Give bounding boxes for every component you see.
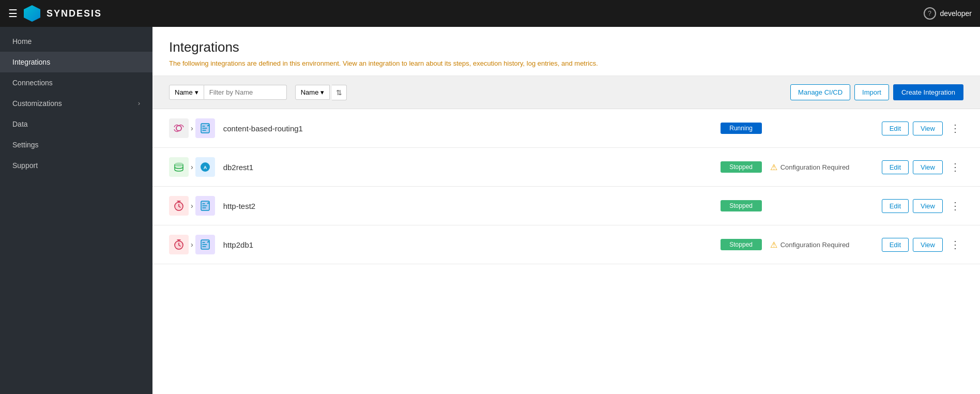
warning-icon-4: ⚠ (770, 240, 777, 250)
main-layout: Home Integrations Connections Customizat… (0, 27, 980, 394)
hamburger-button[interactable]: ☰ (8, 7, 18, 20)
config-warning-2: ⚠ Configuration Required (770, 162, 874, 172)
kebab-menu-2[interactable]: ⋮ (947, 161, 963, 173)
view-button-2[interactable]: View (913, 160, 943, 174)
row-actions-4: Edit View ⋮ (882, 238, 963, 252)
icon-flow-1: › (169, 118, 215, 138)
sidebar-item-integrations-label: Integrations (12, 58, 50, 66)
top-nav-left: ☰ SYNDESIS (8, 5, 102, 22)
svg-point-0 (176, 126, 181, 131)
sidebar-item-customizations[interactable]: Customizations › (0, 93, 152, 114)
view-button-3[interactable]: View (913, 199, 943, 213)
sidebar-item-settings[interactable]: Settings (0, 134, 152, 155)
config-text-2: Configuration Required (780, 163, 850, 171)
source-icon-webhook (169, 118, 189, 138)
content-area: Integrations The following integrations … (152, 27, 980, 394)
source-icon-db (169, 157, 189, 177)
sidebar-item-data-label: Data (12, 120, 28, 128)
edit-button-1[interactable]: Edit (882, 122, 909, 135)
sidebar-item-settings-label: Settings (12, 141, 39, 149)
status-badge-2: Stopped (721, 161, 762, 173)
user-name: developer (940, 9, 972, 18)
sort-label: Name (301, 88, 319, 96)
sidebar-item-integrations[interactable]: Integrations (0, 52, 152, 72)
filter-type-label: Name (175, 88, 193, 96)
icon-flow-4: › (169, 235, 215, 254)
page-title: Integrations (169, 39, 963, 55)
svg-text:A: A (203, 165, 207, 170)
table-row: › A db2rest1 Stopped ⚠ Configuration Req… (152, 148, 980, 187)
sidebar-item-home[interactable]: Home (0, 31, 152, 52)
integration-name-2: db2rest1 (223, 163, 712, 172)
integration-list: › content-based-routing1 Running ⚠ (152, 109, 980, 264)
top-nav-right: ? developer (924, 7, 972, 20)
config-warning-4: ⚠ Configuration Required (770, 240, 874, 250)
table-row: › http-test2 Stopped ⚠ (152, 187, 980, 225)
status-badge-3: Stopped (721, 200, 762, 211)
edit-button-4[interactable]: Edit (882, 238, 909, 252)
sidebar-item-home-label: Home (12, 37, 32, 46)
help-icon[interactable]: ? (924, 7, 936, 20)
page-description: The following integrations are defined i… (169, 59, 963, 67)
kebab-menu-4[interactable]: ⋮ (947, 238, 963, 251)
logo-icon (24, 5, 40, 22)
sort-select[interactable]: Name ▾ (295, 85, 330, 100)
create-integration-button[interactable]: Create Integration (893, 84, 963, 100)
import-button[interactable]: Import (854, 84, 889, 100)
edit-button-3[interactable]: Edit (882, 199, 909, 213)
top-nav: ☰ SYNDESIS ? developer (0, 0, 980, 27)
flow-arrow-icon: › (191, 163, 193, 171)
sort-group: Name ▾ ⇅ (295, 85, 347, 100)
flow-arrow-icon: › (191, 124, 193, 132)
filter-group: Name ▾ (169, 85, 287, 100)
row-actions-2: Edit View ⋮ (882, 160, 963, 174)
sidebar-item-connections-label: Connections (12, 79, 53, 87)
sidebar-item-connections[interactable]: Connections (0, 72, 152, 93)
source-icon-timer (169, 196, 189, 216)
row-actions-3: Edit View ⋮ (882, 199, 963, 213)
sidebar-item-support-label: Support (12, 161, 38, 170)
icon-flow-3: › (169, 196, 215, 216)
status-badge-1: Running (721, 123, 762, 134)
filter-name-input[interactable] (204, 85, 287, 100)
sort-direction-button[interactable]: ⇅ (332, 85, 347, 100)
sidebar: Home Integrations Connections Customizat… (0, 27, 152, 394)
view-button-1[interactable]: View (913, 122, 943, 135)
target-icon-log (195, 196, 215, 216)
status-badge-4: Stopped (721, 239, 762, 250)
integration-name-4: http2db1 (223, 240, 712, 249)
edit-button-2[interactable]: Edit (882, 160, 909, 174)
row-actions-1: Edit View ⋮ (882, 122, 963, 135)
icon-flow-2: › A (169, 157, 215, 177)
table-row: › content-based-routing1 Running ⚠ (152, 109, 980, 148)
sort-chevron-icon: ▾ (320, 88, 324, 96)
target-icon-rest: A (195, 157, 215, 177)
logo-text: SYNDESIS (47, 8, 102, 19)
kebab-menu-3[interactable]: ⋮ (947, 200, 963, 212)
filter-type-select[interactable]: Name ▾ (169, 85, 204, 100)
view-button-4[interactable]: View (913, 238, 943, 252)
sidebar-item-customizations-label: Customizations (12, 99, 62, 108)
table-row: › http2db1 Stopped ⚠ Configuration Req (152, 225, 980, 264)
integration-name-1: content-based-routing1 (223, 124, 712, 133)
toolbar: Name ▾ Name ▾ ⇅ Manage CI/CD Import Crea… (152, 76, 980, 109)
target-icon-log (195, 235, 215, 254)
warning-icon-2: ⚠ (770, 162, 777, 172)
sidebar-item-data[interactable]: Data (0, 114, 152, 134)
manage-cicd-button[interactable]: Manage CI/CD (790, 84, 850, 100)
integration-name-3: http-test2 (223, 202, 712, 210)
filter-type-chevron-icon: ▾ (195, 88, 198, 96)
target-icon-log (195, 118, 215, 138)
kebab-menu-1[interactable]: ⋮ (947, 122, 963, 134)
sidebar-item-support[interactable]: Support (0, 155, 152, 176)
flow-arrow-icon: › (191, 240, 193, 249)
content-header: Integrations The following integrations … (152, 27, 980, 76)
config-text-4: Configuration Required (780, 241, 850, 249)
source-icon-timer (169, 235, 189, 254)
chevron-right-icon: › (138, 100, 140, 107)
flow-arrow-icon: › (191, 202, 193, 210)
